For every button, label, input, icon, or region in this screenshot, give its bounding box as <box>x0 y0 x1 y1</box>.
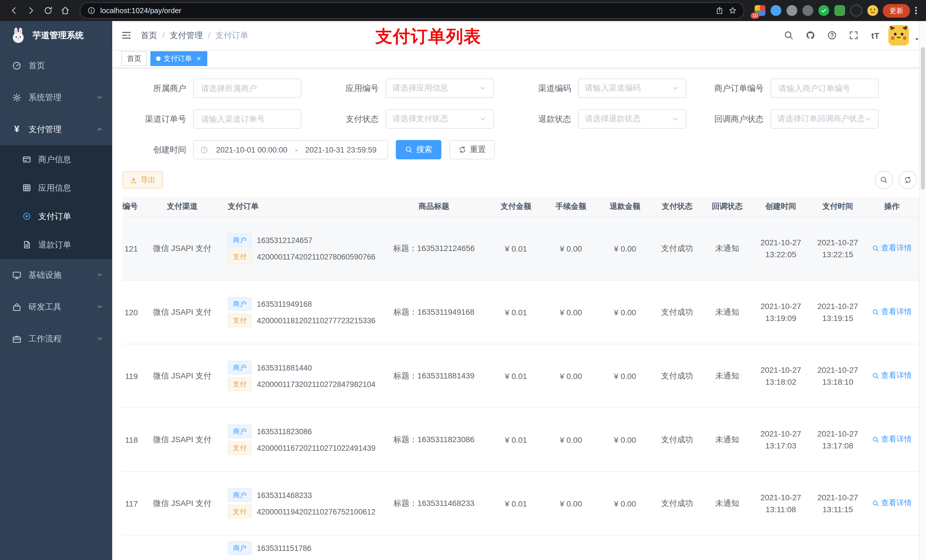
sidebar-item-app-info[interactable]: 应用信息 <box>0 174 112 202</box>
extension-icon-dark[interactable] <box>802 5 813 16</box>
reset-button[interactable]: 重置 <box>449 140 495 159</box>
browser-update-button[interactable]: 更新 <box>883 4 910 17</box>
github-button[interactable] <box>802 27 819 44</box>
browser-back-button[interactable] <box>6 3 22 18</box>
view-detail-link[interactable]: 查看详情 <box>872 498 912 509</box>
view-detail-link[interactable]: 查看详情 <box>872 243 912 254</box>
merchant-order-no-input[interactable] <box>777 83 872 93</box>
github-icon <box>805 30 816 41</box>
header-pay-time: 支付时间 <box>809 201 866 212</box>
cell-order-id: 118 <box>123 408 139 471</box>
sidebar-item-workflow[interactable]: 工作流程 <box>0 323 112 355</box>
extension-badge: 10 <box>750 12 760 19</box>
cell-pay-order: 商户1635311468233 支付4200001194202110276752… <box>225 486 380 521</box>
cell-create-time: 2021-10-2713:18:02 <box>752 364 809 388</box>
scrollbar-thumb[interactable] <box>921 47 925 190</box>
sidebar-item-label: 支付订单 <box>38 211 71 222</box>
pay-status-select[interactable]: 请选择支付状态 <box>386 109 494 128</box>
extension-icon-grid[interactable]: 10 <box>755 5 766 16</box>
refresh-table-button[interactable] <box>899 171 917 189</box>
view-detail-link[interactable]: 查看详情 <box>872 307 912 317</box>
view-detail-link[interactable]: 查看详情 <box>872 371 912 381</box>
cell-pay-time: 2021-10-2713:19:15 <box>809 300 866 324</box>
url-text[interactable]: localhost:1024/pay/order <box>100 6 711 15</box>
search-label: 搜索 <box>416 145 432 155</box>
select-placeholder: 请选择订单回调商户状态 <box>777 114 864 124</box>
profile-avatar-icon[interactable] <box>867 5 878 16</box>
view-detail-link[interactable]: 查看详情 <box>872 435 912 445</box>
app-select[interactable]: 请选择应用信息 <box>386 78 494 98</box>
filter-row-2: 渠道订单号 支付状态 请选择支付状态 退款状态 请选择退款状态 <box>123 109 920 128</box>
browser-forward-button[interactable] <box>23 3 39 18</box>
toggle-search-button[interactable] <box>875 171 893 189</box>
export-button[interactable]: 导出 <box>123 171 163 189</box>
cell-title: 标题：1635311823086 <box>380 435 488 445</box>
address-bar[interactable]: localhost:1024/pay/order <box>80 2 744 19</box>
extension-icon-gray[interactable] <box>787 5 797 16</box>
sidebar-item-infrastructure[interactable]: 基础设施 <box>0 259 112 291</box>
search-button[interactable] <box>780 27 797 44</box>
font-size-button[interactable]: tT <box>867 27 884 44</box>
user-avatar[interactable] <box>888 25 909 45</box>
sidebar-item-payment[interactable]: ¥ 支付管理 <box>0 113 112 145</box>
extension-icon-blue[interactable] <box>770 5 781 16</box>
channel-order-no-input[interactable] <box>200 114 294 124</box>
close-icon[interactable] <box>195 56 201 62</box>
extension-icon-pin[interactable] <box>850 5 862 17</box>
browser-home-button[interactable] <box>57 3 73 18</box>
tab-home[interactable]: 首页 <box>121 51 147 66</box>
chevron-down-icon <box>96 303 103 310</box>
sidebar-toggle[interactable] <box>112 30 141 41</box>
end-date-input[interactable] <box>301 145 380 154</box>
breadcrumb-home[interactable]: 首页 <box>141 30 157 41</box>
extension-icon-green-square[interactable] <box>834 5 845 16</box>
date-range-picker[interactable]: - <box>193 140 388 159</box>
sidebar-item-dev-tools[interactable]: 研发工具 <box>0 291 112 323</box>
cell-pay-order: 商户1635311949168 支付4200001181202110277723… <box>225 294 380 330</box>
search-icon <box>880 176 888 184</box>
page-info-icon[interactable] <box>87 6 96 15</box>
cell-pay-time: 2021-10-2713:11:15 <box>809 491 866 515</box>
sidebar: 芋道管理系统 首页 系统管理 ¥ 支付管理 商户信息 <box>0 21 112 560</box>
filter-merchant-order-no: 商户订单编号 <box>700 78 879 98</box>
header-title: 商品标题 <box>380 201 488 212</box>
bookmark-star-icon[interactable] <box>728 6 737 15</box>
app-logo[interactable]: 芋道管理系统 <box>0 21 112 50</box>
merchant-order-no: 1635311881440 <box>257 363 312 372</box>
channel-code-select[interactable]: 请输入渠道编码 <box>578 78 686 98</box>
sidebar-item-label: 基础设施 <box>29 269 62 280</box>
cell-channel: 微信 JSAPI 支付 <box>139 307 225 317</box>
record-dot-icon <box>22 212 31 221</box>
breadcrumb-payment[interactable]: 支付管理 <box>170 30 203 41</box>
filter-pay-status: 支付状态 请选择支付状态 <box>315 109 494 128</box>
extension-icon-green-check[interactable] <box>819 5 829 16</box>
filter-channel-code: 渠道编码 请输入渠道编码 <box>507 78 686 98</box>
help-button[interactable] <box>823 27 841 44</box>
sidebar-item-system[interactable]: 系统管理 <box>0 82 112 113</box>
table-row: 118 微信 JSAPI 支付 商户1635311823086 支付420000… <box>123 408 920 472</box>
cell-actions: 查看详情 <box>866 307 917 318</box>
cell-create-time: 2021-10-2713:17:03 <box>752 428 809 451</box>
sidebar-item-pay-order[interactable]: 支付订单 <box>0 202 112 231</box>
refund-status-select[interactable]: 请选择退款状态 <box>578 109 686 128</box>
filter-label: 渠道订单号 <box>123 113 193 124</box>
select-placeholder: 请选择退款状态 <box>585 114 672 124</box>
magnifier-icon <box>872 436 879 443</box>
merchant-order-no: 1635311151786 <box>257 544 311 552</box>
search-submit-button[interactable]: 搜索 <box>396 140 441 159</box>
vertical-scrollbar[interactable] <box>919 21 926 560</box>
browser-menu-icon[interactable] <box>911 7 920 14</box>
sidebar-item-merchant-info[interactable]: 商户信息 <box>0 145 112 174</box>
sidebar-item-refund-order[interactable]: 退款订单 <box>0 231 112 259</box>
tab-pay-order[interactable]: 支付订单 <box>150 51 207 66</box>
cell-notify: 未通知 <box>702 435 752 445</box>
share-icon[interactable] <box>715 6 724 15</box>
cell-channel: 微信 JSAPI 支付 <box>139 435 225 445</box>
start-date-input[interactable] <box>212 145 291 154</box>
merchant-input[interactable] <box>200 83 294 93</box>
notify-status-select[interactable]: 请选择订单回调商户状态 <box>770 109 879 128</box>
monitor-icon <box>12 270 22 280</box>
sidebar-item-home[interactable]: 首页 <box>0 50 112 82</box>
browser-reload-button[interactable] <box>40 3 56 18</box>
fullscreen-button[interactable] <box>845 27 862 44</box>
